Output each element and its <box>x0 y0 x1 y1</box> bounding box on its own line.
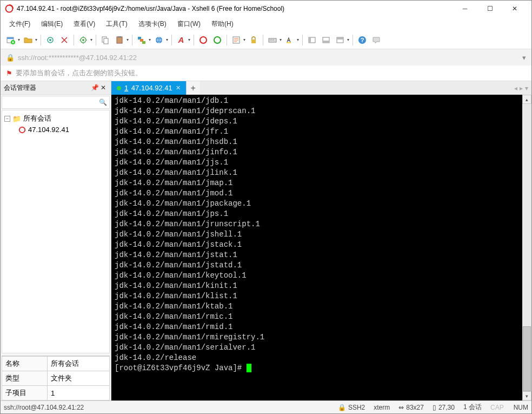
session-tree[interactable]: − 📁 所有会话 47.104.92.41 <box>2 110 110 353</box>
open-folder-icon[interactable] <box>22 34 34 46</box>
scroll-thumb[interactable] <box>523 326 531 391</box>
status-term: xterm <box>374 404 390 411</box>
layout2-icon[interactable] <box>320 34 332 46</box>
separator <box>302 35 303 45</box>
prop-key: 子项目 <box>2 386 48 400</box>
prop-val: 所有会话 <box>48 357 110 371</box>
search-icon: 🔍 <box>99 98 107 106</box>
new-session-icon[interactable] <box>5 34 17 46</box>
separator <box>263 35 263 45</box>
hint-text: 要添加当前会话，点击左侧的箭头按钮。 <box>16 68 142 78</box>
address-bar[interactable]: 🔒 ssh://root:***********@47.104.92.41:22… <box>1 49 531 65</box>
menu-view[interactable]: 查看(V) <box>69 18 99 30</box>
status-connection: ssh://root@47.104.92.41:22 <box>4 404 84 411</box>
globe-icon[interactable] <box>153 34 165 46</box>
svg-rect-11 <box>118 36 121 38</box>
dropdown-icon[interactable]: ▾ <box>18 37 20 42</box>
prop-val: 1 <box>48 386 110 400</box>
cursor-pos-icon: ▯ <box>433 404 436 411</box>
svg-text:?: ? <box>361 37 364 43</box>
highlight-icon[interactable] <box>284 34 296 46</box>
dropdown-icon[interactable]: ▾ <box>149 37 151 42</box>
layout1-icon[interactable] <box>306 34 318 46</box>
help-icon[interactable]: ? <box>356 34 368 46</box>
app-icon <box>5 4 14 13</box>
chevron-down-icon[interactable]: ▾ <box>522 54 526 62</box>
tree-root-label: 所有会话 <box>23 114 51 123</box>
xftp-icon[interactable] <box>211 34 223 46</box>
terminal[interactable]: jdk-14.0.2/man/man1/jdb.1 jdk-14.0.2/man… <box>111 95 522 400</box>
dropdown-icon[interactable]: ▾ <box>90 37 92 42</box>
close-panel-icon[interactable]: ✕ <box>99 84 108 91</box>
disconnect-icon[interactable] <box>58 34 70 46</box>
menu-tabs[interactable]: 选项卡(B) <box>134 18 171 30</box>
svg-point-7 <box>82 39 84 41</box>
status-cap: CAP <box>490 404 504 411</box>
window-titlebar: 47.104.92.41 - root@iZ6t33vpf46j9vZ:/hom… <box>1 1 531 17</box>
search-input[interactable] <box>4 98 99 106</box>
maximize-button[interactable]: ☐ <box>477 1 502 17</box>
lock-icon: 🔒 <box>338 404 346 411</box>
pin-icon[interactable]: 📌 <box>90 84 99 91</box>
tab-next-icon[interactable]: ▸ <box>520 84 523 92</box>
panel-header: 会话管理器 📌 ✕ <box>1 81 111 95</box>
dropdown-icon[interactable]: ▾ <box>243 37 245 42</box>
tab-session[interactable]: 1 47.104.92.41 ✕ <box>111 81 186 95</box>
properties-icon[interactable] <box>77 34 89 46</box>
copy-icon[interactable] <box>99 34 111 46</box>
separator <box>194 35 194 45</box>
status-sessions: 1 会话 <box>463 403 482 412</box>
collapse-icon[interactable]: − <box>4 116 10 122</box>
find-icon[interactable] <box>136 34 148 46</box>
svg-rect-2 <box>7 37 14 39</box>
prop-key: 类型 <box>2 371 48 386</box>
tab-close-icon[interactable]: ✕ <box>176 84 181 91</box>
session-search[interactable]: 🔍 <box>2 96 110 109</box>
separator <box>227 35 227 45</box>
layout3-icon[interactable] <box>334 34 346 46</box>
tree-root[interactable]: − 📁 所有会话 <box>3 113 108 124</box>
dropdown-icon[interactable]: ▾ <box>166 37 168 42</box>
separator <box>353 35 353 45</box>
scroll-up-icon[interactable]: ▴ <box>522 95 531 104</box>
close-button[interactable]: ✕ <box>502 1 527 17</box>
svg-rect-21 <box>270 40 271 41</box>
scroll-track[interactable] <box>522 104 531 391</box>
keyboard-icon[interactable] <box>267 34 278 46</box>
menu-file[interactable]: 文件(F) <box>5 18 35 30</box>
minimize-button[interactable]: ─ <box>453 1 477 17</box>
font-icon[interactable]: A <box>175 34 187 46</box>
menu-edit[interactable]: 编辑(E) <box>37 18 67 30</box>
prop-val: 文件夹 <box>48 371 110 386</box>
svg-point-33 <box>19 127 25 133</box>
session-item[interactable]: 47.104.92.41 <box>3 124 108 135</box>
window-title: 47.104.92.41 - root@iZ6t33vpf46j9vZ:/hom… <box>17 5 453 12</box>
chat-icon[interactable] <box>370 34 382 46</box>
new-tab-button[interactable]: + <box>186 81 200 95</box>
scroll-down-icon[interactable]: ▾ <box>522 391 531 400</box>
dropdown-icon[interactable]: ▾ <box>127 37 129 42</box>
lock-icon: 🔒 <box>6 54 15 62</box>
panel-title: 会话管理器 <box>4 83 90 93</box>
xshell-icon[interactable] <box>197 34 209 46</box>
menu-tools[interactable]: 工具(T) <box>102 18 131 30</box>
tab-menu-icon[interactable]: ▾ <box>525 84 528 92</box>
folder-icon: 📁 <box>12 115 21 123</box>
dropdown-icon[interactable]: ▾ <box>35 37 37 42</box>
dropdown-icon[interactable]: ▾ <box>280 37 282 42</box>
paste-icon[interactable] <box>114 34 125 46</box>
reconnect-icon[interactable] <box>44 34 56 46</box>
dropdown-icon[interactable]: ▾ <box>188 37 190 42</box>
status-num: NUM <box>514 404 528 411</box>
menu-window[interactable]: 窗口(W) <box>173 18 205 30</box>
svg-rect-19 <box>251 40 256 43</box>
terminal-scrollbar[interactable]: ▴ ▾ <box>522 95 531 400</box>
tab-prev-icon[interactable]: ◂ <box>514 84 517 92</box>
script-icon[interactable] <box>230 34 242 46</box>
svg-rect-24 <box>287 42 291 43</box>
properties-grid: 名称所有会话 类型文件夹 子项目1 <box>2 356 110 400</box>
lock-icon[interactable] <box>248 34 260 46</box>
dropdown-icon[interactable]: ▾ <box>347 37 349 42</box>
dropdown-icon[interactable]: ▾ <box>297 37 299 42</box>
menu-help[interactable]: 帮助(H) <box>207 18 238 30</box>
